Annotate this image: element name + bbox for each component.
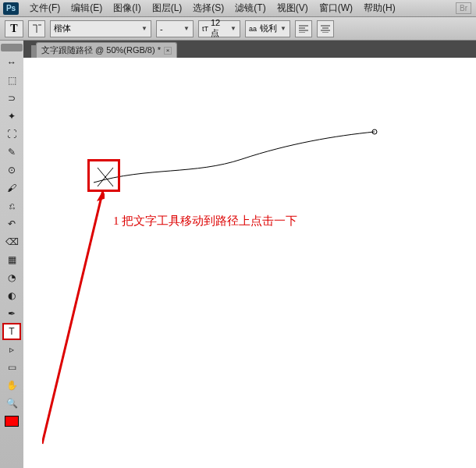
hand-tool[interactable]: ✋ (2, 377, 21, 394)
gradient-tool[interactable]: ▦ (2, 251, 21, 268)
eraser-tool[interactable]: ⌫ (2, 233, 21, 250)
move-tool[interactable]: ↔ (2, 54, 21, 71)
svg-line-1 (42, 190, 103, 444)
svg-marker-2 (97, 190, 105, 201)
aa-label: aa (249, 25, 257, 33)
font-family-dropdown[interactable]: 楷体 ▼ (50, 20, 151, 37)
lasso-tool[interactable]: ⊃ (2, 90, 21, 107)
font-family-value: 楷体 (54, 23, 71, 34)
close-tab-button[interactable]: × (164, 47, 172, 55)
menu-select[interactable]: 选择(S) (188, 0, 229, 16)
tab-title: 文字跟随路径 @ 50%(RGB/8) * (41, 44, 161, 56)
zoom-tool[interactable]: 🔍 (2, 395, 21, 412)
document-tab[interactable]: 文字跟随路径 @ 50%(RGB/8) * × (36, 42, 177, 58)
text-cursor-icon (90, 161, 121, 193)
current-tool-indicator[interactable]: T (5, 20, 23, 37)
font-size-value: 12点 (211, 18, 228, 39)
canvas[interactable]: 1 把文字工具移动到路径上点击一下 (23, 58, 476, 468)
align-left-icon (299, 25, 308, 33)
chevron-down-icon: ▼ (230, 25, 236, 32)
toolbox: ↔ ⬚ ⊃ ✦ ⛶ ✎ ⊙ 🖌 ⎌ ↶ ⌫ ▦ ◔ ◐ ✒ T ▹ ▭ ✋ 🔍 (0, 41, 23, 468)
menu-layer[interactable]: 图层(L) (147, 0, 187, 16)
bridge-badge[interactable]: Br (456, 2, 471, 14)
menu-help[interactable]: 帮助(H) (359, 0, 400, 16)
type-tool[interactable]: T (2, 323, 21, 340)
toolbox-handle[interactable] (1, 44, 23, 51)
wand-tool[interactable]: ✦ (2, 108, 21, 125)
menu-image[interactable]: 图像(I) (108, 0, 145, 16)
chevron-down-icon: ▼ (183, 25, 190, 32)
annotation-arrow (42, 190, 105, 448)
align-center-icon (321, 25, 330, 33)
menu-view[interactable]: 视图(V) (272, 0, 313, 16)
font-style-value: - (160, 24, 163, 34)
path-select-tool[interactable]: ▹ (2, 341, 21, 358)
marquee-tool[interactable]: ⬚ (2, 72, 21, 89)
menu-file[interactable]: 文件(F) (25, 0, 65, 16)
annotation-text: 1 把文字工具移动到路径上点击一下 (113, 214, 297, 229)
healing-tool[interactable]: ⊙ (2, 161, 21, 179)
text-orientation-icon (32, 23, 41, 34)
align-center-button[interactable] (317, 20, 334, 37)
annotation-instruction: 把文字工具移动到路径上点击一下 (122, 214, 297, 227)
shape-tool[interactable]: ▭ (2, 359, 21, 376)
font-size-prefix: tT (202, 25, 208, 33)
blur-tool[interactable]: ◔ (2, 269, 21, 286)
font-style-dropdown[interactable]: - ▼ (156, 20, 194, 37)
annotation-step-number: 1 (113, 214, 119, 227)
chevron-down-icon: ▼ (280, 25, 286, 32)
font-size-dropdown[interactable]: tT 12点 ▼ (198, 20, 240, 37)
annotation-highlight-box (87, 159, 120, 192)
app-logo: Ps (3, 2, 19, 15)
foreground-color-swatch[interactable] (5, 416, 19, 427)
menu-edit[interactable]: 编辑(E) (66, 0, 107, 16)
menu-filter[interactable]: 滤镜(T) (230, 0, 270, 16)
tab-strip: 文字跟随路径 @ 50%(RGB/8) * × (23, 41, 476, 58)
options-bar: T 楷体 ▼ - ▼ tT 12点 ▼ aa 锐利 ▼ (0, 17, 476, 41)
pen-tool[interactable]: ✒ (2, 305, 21, 322)
chevron-down-icon: ▼ (141, 25, 147, 32)
antialias-dropdown[interactable]: aa 锐利 ▼ (245, 20, 290, 37)
orientation-toggle[interactable] (28, 20, 45, 37)
menubar: Ps 文件(F) 编辑(E) 图像(I) 图层(L) 选择(S) 滤镜(T) 视… (0, 0, 476, 17)
aa-value: 锐利 (260, 23, 277, 34)
history-brush-tool[interactable]: ↶ (2, 215, 21, 232)
brush-tool[interactable]: 🖌 (2, 179, 21, 197)
stamp-tool[interactable]: ⎌ (2, 197, 21, 214)
dodge-tool[interactable]: ◐ (2, 287, 21, 304)
document-area: 文字跟随路径 @ 50%(RGB/8) * × 1 把文字工具移动到路径上点击一… (23, 41, 476, 468)
menu-window[interactable]: 窗口(W) (314, 0, 357, 16)
eyedropper-tool[interactable]: ✎ (2, 144, 21, 161)
align-left-button[interactable] (295, 20, 312, 37)
crop-tool[interactable]: ⛶ (2, 126, 21, 143)
curve-path (86, 120, 382, 214)
